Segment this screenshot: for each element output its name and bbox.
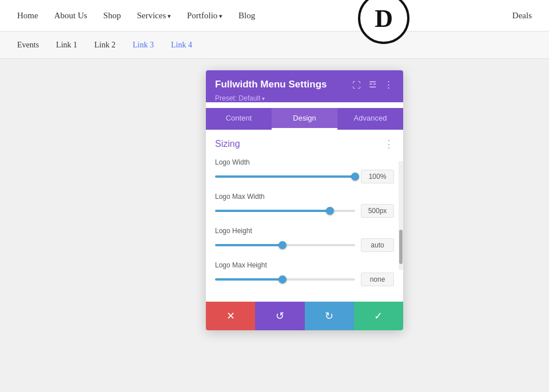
logo-max-height-control: none: [215, 273, 394, 286]
logo-max-width-value[interactable]: 500px: [361, 204, 394, 218]
cancel-button[interactable]: ✕: [206, 302, 255, 330]
nav-portfolio[interactable]: Portfolio: [187, 11, 222, 21]
logo-height-row: Logo Height auto: [215, 227, 394, 252]
logo-max-height-label: Logo Max Height: [215, 261, 394, 269]
logo-max-width-row: 2 Logo Max Width 500px: [215, 193, 394, 218]
tab-content[interactable]: Content: [206, 108, 272, 130]
logo-circle-icon: D: [358, 0, 409, 44]
panel-header-icons: ⛶ ☲ ⋮: [351, 78, 394, 91]
logo-max-height-fill: [215, 278, 283, 281]
panel-body: Sizing ⋮ 1 Logo Width 100%: [206, 130, 403, 302]
sec-nav-link2[interactable]: Link 2: [94, 41, 116, 50]
nav-services[interactable]: Services: [137, 11, 171, 21]
main-canvas: Fullwidth Menu Settings ⛶ ☲ ⋮ Preset: De…: [0, 59, 549, 392]
sizing-section: Sizing ⋮ 1 Logo Width 100%: [206, 130, 403, 302]
redo-button[interactable]: ↻: [305, 302, 354, 330]
logo-max-width-label: Logo Max Width: [215, 193, 394, 201]
more-options-icon[interactable]: ⋮: [383, 78, 394, 91]
logo-width-row: 1 Logo Width 100%: [215, 158, 394, 183]
logo-height-fill: [215, 244, 283, 246]
top-nav-links: Home About Us Shop Services Portfolio Bl…: [17, 11, 255, 21]
nav-shop[interactable]: Shop: [104, 11, 121, 21]
logo-width-label: Logo Width: [215, 158, 394, 166]
logo-width-fill: [215, 175, 355, 178]
logo-max-width-fill: [215, 210, 330, 212]
logo-height-track[interactable]: [215, 244, 355, 246]
sec-nav-link4[interactable]: Link 4: [171, 41, 192, 50]
logo-height-control: auto: [215, 238, 394, 252]
settings-panel: Fullwidth Menu Settings ⛶ ☲ ⋮ Preset: De…: [206, 70, 403, 330]
save-button[interactable]: ✓: [354, 302, 403, 330]
panel-bottom-bar: ✕ ↺ ↻ ✓: [206, 302, 403, 330]
sec-nav-link3[interactable]: Link 3: [133, 41, 154, 50]
panel-header-top: Fullwidth Menu Settings ⛶ ☲ ⋮: [215, 78, 394, 91]
section-menu-icon[interactable]: ⋮: [384, 138, 394, 150]
logo-max-height-track[interactable]: [215, 278, 355, 281]
tab-design[interactable]: Design: [272, 108, 337, 130]
logo-max-width-thumb[interactable]: [326, 207, 334, 215]
logo-width-control: 100%: [215, 170, 394, 183]
logo-height-thumb[interactable]: [279, 241, 287, 249]
tab-advanced[interactable]: Advanced: [337, 108, 403, 130]
logo-height-label: Logo Height: [215, 227, 394, 235]
nav-home[interactable]: Home: [17, 11, 38, 21]
panel-header: Fullwidth Menu Settings ⛶ ☲ ⋮ Preset: De…: [206, 70, 403, 102]
logo-max-width-control: 500px: [215, 204, 394, 218]
undo-button[interactable]: ↺: [255, 302, 304, 330]
logo-width-thumb[interactable]: [351, 173, 359, 181]
logo-width-value[interactable]: 100%: [361, 170, 394, 183]
logo-height-value[interactable]: auto: [361, 238, 394, 252]
panel-preset: Preset: Default: [215, 94, 394, 102]
scroll-track: [399, 161, 403, 270]
logo-max-height-row: Logo Max Height none: [215, 261, 394, 286]
panel-title: Fullwidth Menu Settings: [215, 79, 327, 90]
sec-nav-events[interactable]: Events: [17, 41, 39, 50]
section-header: Sizing ⋮: [215, 138, 394, 150]
secondary-navigation: Events Link 1 Link 2 Link 3 Link 4: [0, 31, 549, 59]
panel-tabs: Content Design Advanced: [206, 108, 403, 130]
sec-nav-link1[interactable]: Link 1: [56, 41, 77, 50]
nav-about[interactable]: About Us: [54, 11, 87, 21]
nav-blog[interactable]: Blog: [238, 11, 255, 21]
logo-width-track[interactable]: [215, 175, 355, 178]
logo-max-height-thumb[interactable]: [279, 275, 287, 283]
nav-deals[interactable]: Deals: [512, 11, 532, 21]
columns-icon[interactable]: ☲: [368, 78, 377, 91]
section-title: Sizing: [215, 139, 240, 149]
logo-max-height-value[interactable]: none: [361, 273, 394, 286]
scroll-thumb[interactable]: [399, 230, 403, 264]
top-navigation: Home About Us Shop Services Portfolio Bl…: [0, 0, 549, 31]
fullscreen-icon[interactable]: ⛶: [351, 79, 362, 91]
logo-max-width-track[interactable]: [215, 210, 355, 212]
preset-dropdown[interactable]: Preset: Default: [215, 94, 265, 102]
site-logo: D: [358, 0, 409, 44]
